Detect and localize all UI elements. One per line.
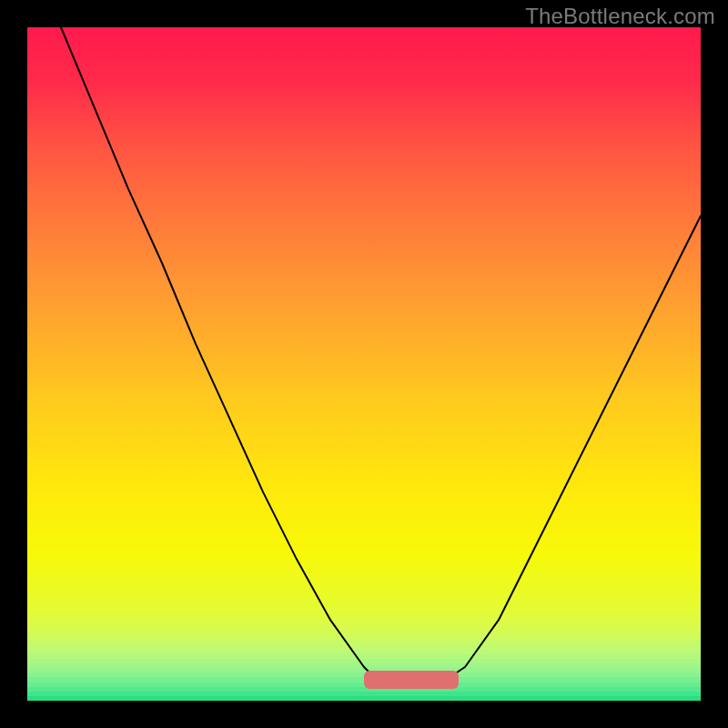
optimal-range-bar <box>364 671 459 689</box>
plot-area <box>27 27 701 701</box>
bottleneck-curve <box>27 27 701 701</box>
chart-frame: TheBottleneck.com <box>0 0 728 728</box>
watermark-text: TheBottleneck.com <box>525 4 715 29</box>
